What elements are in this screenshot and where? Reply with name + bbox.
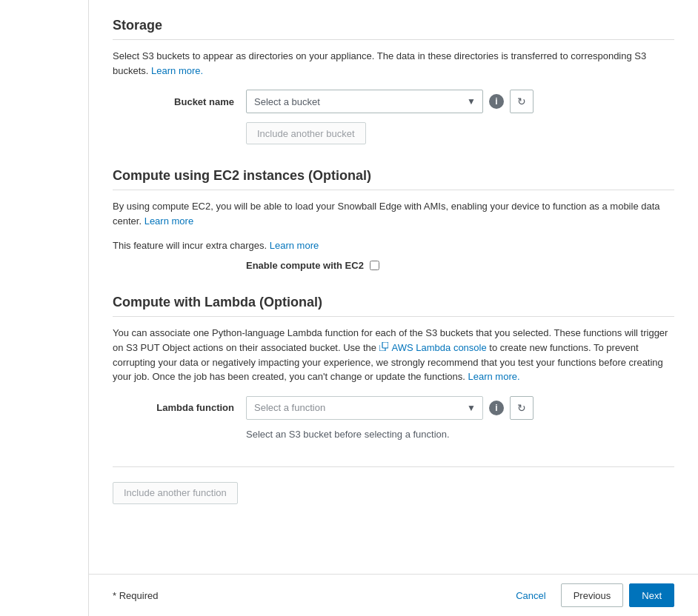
lambda-console-link[interactable]: AWS Lambda console <box>379 342 490 353</box>
next-button[interactable]: Next <box>629 583 674 607</box>
compute-lambda-divider <box>113 316 674 317</box>
lambda-select-wrapper: Select a function ▼ <box>246 396 483 420</box>
lambda-function-label: Lambda function <box>113 402 246 413</box>
compute-ec2-learn-more-link[interactable]: Learn more <box>144 215 193 227</box>
lambda-section-body: Lambda function Select a function ▼ i ↻ <box>113 396 674 452</box>
page-footer: * Required Cancel Previous Next <box>89 574 698 616</box>
storage-divider <box>113 39 674 40</box>
compute-ec2-description-text: By using compute EC2, you will be able t… <box>113 201 660 227</box>
svg-rect-0 <box>382 342 388 348</box>
storage-section: Storage Select S3 buckets to appear as d… <box>113 18 674 144</box>
external-link-icon <box>379 342 388 351</box>
bucket-select[interactable]: Select a bucket <box>246 90 483 113</box>
lambda-info-icon[interactable]: i <box>489 401 504 415</box>
lambda-function-select[interactable]: Select a function <box>246 396 483 420</box>
lambda-control-wrapper: Select a function ▼ i ↻ <box>246 396 534 420</box>
footer-actions: Cancel Previous Next <box>507 583 674 607</box>
enable-compute-label: Enable compute with EC2 <box>246 260 364 271</box>
include-function-button[interactable]: Include another function <box>113 482 238 504</box>
bucket-name-row: Bucket name Select a bucket ▼ i ↻ <box>113 90 674 113</box>
storage-description: Select S3 buckets to appear as directori… <box>113 49 674 78</box>
previous-button[interactable]: Previous <box>561 583 624 607</box>
compute-lambda-description: You can associate one Python-language La… <box>113 326 674 384</box>
cancel-button[interactable]: Cancel <box>507 586 554 606</box>
lambda-learn-more-link[interactable]: Learn more. <box>468 371 519 382</box>
bucket-control-wrapper: Select a bucket ▼ i ↻ <box>246 90 534 113</box>
bucket-info-icon[interactable]: i <box>489 94 504 109</box>
storage-title: Storage <box>113 18 674 33</box>
enable-compute-row: Enable compute with EC2 <box>246 260 674 271</box>
compute-lambda-section: Compute with Lambda (Optional) You can a… <box>113 295 674 504</box>
main-content: Storage Select S3 buckets to appear as d… <box>89 0 698 616</box>
storage-learn-more-link[interactable]: Learn more. <box>151 65 203 76</box>
compute-ec2-description: By using compute EC2, you will be able t… <box>113 199 674 228</box>
lambda-refresh-btn[interactable]: ↻ <box>510 396 534 420</box>
lambda-function-row: Lambda function Select a function ▼ i ↻ <box>113 396 674 420</box>
bucket-name-label: Bucket name <box>113 96 246 107</box>
extra-charges-text: This feature will incur extra charges. L… <box>113 240 674 251</box>
page-wrapper: Storage Select S3 buckets to appear as d… <box>0 0 698 616</box>
sidebar <box>0 0 89 616</box>
compute-ec2-title: Compute using EC2 instances (Optional) <box>113 168 674 184</box>
include-bucket-button[interactable]: Include another bucket <box>246 122 366 144</box>
required-label: * Required <box>113 590 158 601</box>
bucket-refresh-btn[interactable]: ↻ <box>510 90 534 113</box>
extra-charges-learn-more-link[interactable]: Learn more <box>270 240 319 251</box>
lambda-function-hint: Select an S3 bucket before selecting a f… <box>246 429 450 440</box>
compute-lambda-title: Compute with Lambda (Optional) <box>113 295 674 310</box>
enable-compute-checkbox[interactable] <box>370 261 379 270</box>
bucket-select-wrapper: Select a bucket ▼ <box>246 90 483 113</box>
compute-ec2-section: Compute using EC2 instances (Optional) B… <box>113 168 674 271</box>
compute-ec2-divider <box>113 190 674 190</box>
lambda-separator <box>113 466 674 467</box>
